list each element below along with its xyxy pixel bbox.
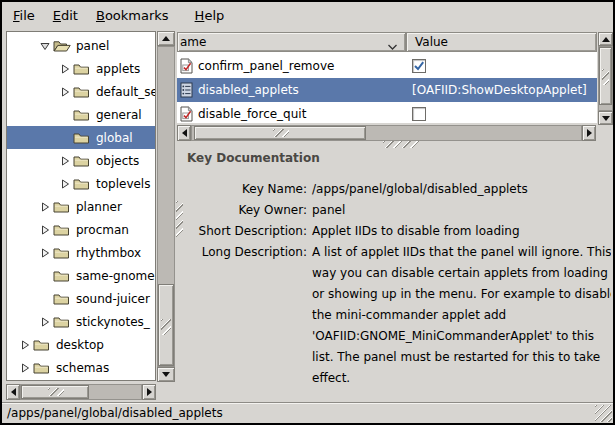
folder-icon [73, 108, 91, 121]
tree-row-applets[interactable]: applets [7, 57, 155, 80]
expander-icon[interactable] [59, 155, 73, 167]
arrow-up-icon [602, 37, 610, 42]
folder-icon [73, 131, 91, 144]
scroll-up-button[interactable] [157, 31, 175, 46]
scroll-right-button[interactable] [582, 125, 596, 141]
scroll-left-button[interactable] [6, 384, 20, 400]
table-row-disable_force_quit[interactable]: disable_force_quit [177, 102, 597, 123]
folder-icon [33, 338, 51, 351]
tree-hscroll-thumb[interactable] [21, 385, 89, 399]
scroll-left-button[interactable] [177, 125, 191, 141]
tree-vscroll-trough[interactable] [157, 46, 175, 367]
tree-vscroll-thumb[interactable] [158, 284, 174, 366]
doc-field-label: Key Owner: [187, 200, 307, 221]
tree-row-desktop[interactable]: desktop [7, 333, 155, 356]
key-name-cell: confirm_panel_remove [198, 59, 334, 73]
menubar: File Edit Bookmarks Help [2, 2, 613, 29]
expander-icon[interactable] [59, 178, 73, 190]
folder-icon [73, 85, 91, 98]
arrow-up-icon [162, 36, 170, 41]
tree-row-global[interactable]: global [7, 126, 155, 149]
tree-item-label: procman [74, 223, 131, 237]
table-vscroll-thumb[interactable] [599, 47, 612, 105]
table-hscroll-thumb[interactable] [194, 126, 366, 140]
tree-row-procman[interactable]: procman [7, 218, 155, 241]
window-resize-grip-icon[interactable] [595, 405, 612, 422]
key-type-icon [180, 82, 194, 98]
key-value-cell: [OAFIID:ShowDesktopApplet] [412, 83, 587, 97]
expander-icon [39, 293, 53, 305]
scroll-down-button[interactable] [157, 367, 175, 382]
table-hscrollbar[interactable] [177, 125, 596, 141]
tree-item-label: stickynotes_ [74, 315, 152, 329]
menu-bookmarks[interactable]: Bookmarks [87, 4, 178, 27]
tree-row-planner[interactable]: planner [7, 195, 155, 218]
expander-icon[interactable] [39, 201, 53, 213]
column-header-name[interactable]: ame [177, 32, 406, 52]
tree-vscrollbar[interactable] [157, 31, 175, 382]
expander-icon[interactable] [59, 63, 73, 75]
key-documentation-pane: Key Documentation Key Name: /apps/panel/… [177, 148, 611, 402]
tree-row-panel[interactable]: panel [7, 34, 155, 57]
value-checkbox-unchecked[interactable] [412, 107, 426, 121]
arrow-down-icon [602, 116, 610, 121]
value-checkbox-checked[interactable] [412, 59, 426, 73]
doc-fields: Key Name: /apps/panel/global/disabled_ap… [187, 179, 611, 389]
tree-hscroll-trough[interactable] [20, 384, 142, 400]
expander-icon[interactable] [39, 316, 53, 328]
tree-row-objects[interactable]: objects [7, 149, 155, 172]
table-row-disabled_applets[interactable]: disabled_applets [OAFIID:ShowDesktopAppl… [177, 78, 597, 102]
tree-row-sound-juicer[interactable]: sound-juicer [7, 287, 155, 310]
tree-row-same-gnome[interactable]: same-gnome [7, 264, 155, 287]
folder-icon [53, 292, 71, 305]
tree-row-general[interactable]: general [7, 103, 155, 126]
tree-hscrollbar[interactable] [6, 384, 156, 400]
thumb-grip-icon [161, 319, 171, 335]
menu-help[interactable]: Help [186, 4, 234, 27]
key-name-cell: disabled_applets [198, 83, 299, 97]
expander-icon [59, 109, 73, 121]
folder-icon [73, 154, 91, 167]
table-hscroll-trough[interactable] [191, 125, 582, 141]
table-vscrollbar[interactable] [598, 32, 613, 125]
doc-field-value: panel [312, 200, 607, 221]
scroll-up-button[interactable] [598, 32, 613, 46]
doc-field: Key Name: /apps/panel/global/disabled_ap… [187, 179, 611, 200]
column-name-label: ame [180, 35, 206, 49]
splitter-grip-icon [383, 141, 419, 148]
expander-icon[interactable] [59, 86, 73, 98]
tree-row-schemas[interactable]: schemas [7, 356, 155, 379]
thumb-grip-icon [273, 129, 289, 137]
tree-row-default_se[interactable]: default_se [7, 80, 155, 103]
gconf-editor-window: File Edit Bookmarks Help panel applets d… [0, 0, 615, 425]
doc-field: Short Description: Applet IIDs to disabl… [187, 221, 611, 242]
tree-row-toplevels[interactable]: toplevels [7, 172, 155, 195]
expander-icon[interactable] [19, 339, 33, 351]
tree-row-stickynotes_[interactable]: stickynotes_ [7, 310, 155, 333]
tree-item-label: sound-juicer [74, 292, 152, 306]
arrow-left-icon [11, 388, 16, 396]
tree-item-label: planner [74, 200, 124, 214]
expander-icon [39, 270, 53, 282]
folder-icon [73, 177, 91, 190]
tree-item-label: default_se [94, 85, 156, 99]
expander-icon[interactable] [39, 40, 53, 52]
keys-table-body: confirm_panel_remove disabled_applets [O… [177, 52, 597, 123]
menu-edit[interactable]: Edit [44, 4, 87, 27]
column-header-value[interactable]: Value [406, 32, 597, 52]
expander-icon[interactable] [39, 247, 53, 259]
doc-field-value: /apps/panel/global/disabled_applets [312, 179, 607, 200]
scroll-down-button[interactable] [598, 111, 613, 125]
folder-icon [73, 62, 91, 75]
tree-item-label: rhythmbox [74, 246, 143, 260]
tree-row-rhythmbox[interactable]: rhythmbox [7, 241, 155, 264]
expander-icon [59, 132, 73, 144]
scroll-right-button[interactable] [142, 384, 156, 400]
table-vscroll-trough[interactable] [598, 46, 613, 111]
table-row-confirm_panel_remove[interactable]: confirm_panel_remove [177, 54, 597, 78]
vertical-pane-splitter[interactable] [177, 141, 597, 148]
arrow-right-icon [147, 388, 152, 396]
expander-icon[interactable] [19, 362, 33, 374]
expander-icon[interactable] [39, 224, 53, 236]
menu-file[interactable]: File [4, 4, 44, 27]
